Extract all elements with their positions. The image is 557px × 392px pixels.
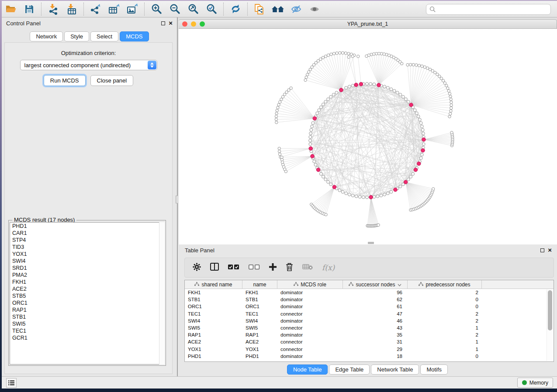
first-neighbors-icon[interactable] (270, 3, 285, 16)
table-row[interactable]: ACE2ACE2connector311 (185, 338, 554, 345)
refresh-icon[interactable] (228, 3, 243, 16)
table-cell[interactable]: 96 (343, 289, 408, 296)
delete-table-icon[interactable] (302, 264, 313, 272)
memory-button[interactable]: Memory (517, 378, 553, 388)
mcds-result-item[interactable]: SWI4 (10, 258, 164, 265)
network-graph[interactable] (179, 29, 557, 244)
table-cell[interactable]: connector (277, 346, 343, 353)
table-cell[interactable]: STB1 (242, 296, 277, 303)
mcds-result-item[interactable]: STB5 (10, 292, 164, 299)
table-row[interactable]: RAP1RAP1dominator352 (185, 331, 554, 338)
table-cell[interactable]: SWI4 (242, 317, 277, 324)
table-cell[interactable]: 2 (408, 317, 482, 324)
mcds-result-item[interactable]: PMA2 (10, 272, 164, 279)
mcds-result-item[interactable]: YOX1 (10, 251, 164, 258)
close-panel-button[interactable]: Close panel (90, 75, 134, 86)
open-file-icon[interactable] (3, 3, 18, 16)
zoom-fit-icon[interactable] (186, 3, 201, 16)
mcds-result-item[interactable]: ACE2 (10, 285, 164, 292)
table-cell[interactable]: 62 (343, 296, 408, 303)
table-cell[interactable] (482, 346, 554, 353)
delete-column-icon[interactable] (286, 263, 293, 273)
table-row[interactable]: ORC1ORC1dominator610 (185, 303, 554, 310)
table-cell[interactable]: 31 (343, 338, 408, 345)
mcds-result-item[interactable]: SRD1 (10, 265, 164, 272)
table-cell[interactable]: YOX1 (185, 346, 242, 353)
tab-node-table[interactable]: Node Table (287, 364, 328, 375)
table-cell[interactable]: ORC1 (242, 303, 277, 310)
hide-selected-icon[interactable] (289, 3, 304, 16)
table-cell[interactable]: FKH1 (185, 289, 242, 296)
mcds-result-item[interactable]: SWI5 (10, 320, 164, 327)
tab-mcds[interactable]: MCDS (120, 31, 149, 41)
import-network-icon[interactable] (46, 3, 61, 16)
clone-network-icon[interactable] (252, 3, 267, 16)
mcds-list-scrollbar[interactable] (159, 222, 165, 364)
table-cell[interactable]: YOX1 (242, 346, 277, 353)
zoom-out-icon[interactable] (167, 3, 182, 16)
table-cell[interactable]: dominator (277, 331, 343, 338)
tab-edge-table[interactable]: Edge Table (329, 364, 370, 375)
tab-motifs[interactable]: Motifs (420, 364, 448, 375)
table-cell[interactable]: 18 (343, 353, 408, 360)
table-cell[interactable]: PHD1 (242, 353, 277, 360)
table-cell[interactable]: dominator (277, 303, 343, 310)
table-cell[interactable]: SWI4 (185, 317, 242, 324)
table-cell[interactable]: 1 (408, 324, 482, 331)
zoom-selected-icon[interactable] (204, 3, 219, 16)
table-cell[interactable]: connector (277, 338, 343, 345)
table-cell[interactable]: 0 (408, 303, 482, 310)
table-cell[interactable]: ACE2 (242, 338, 277, 345)
table-row[interactable]: SWI5SWI5connector431 (185, 324, 554, 331)
table-cell[interactable]: TEC1 (242, 310, 277, 317)
export-image-icon[interactable] (125, 3, 140, 16)
task-history-button[interactable] (6, 378, 17, 388)
table-cell[interactable]: FKH1 (242, 289, 277, 296)
save-session-icon[interactable] (22, 3, 37, 16)
table-cell[interactable]: ACE2 (185, 338, 242, 345)
table-cell[interactable] (482, 331, 554, 338)
mcds-result-list[interactable]: PHD1CAR1STP4TID3YOX1SWI4SRD1PMA2FKH1ACE2… (10, 222, 165, 364)
table-cell[interactable]: 2 (408, 331, 482, 338)
table-cell[interactable] (482, 289, 554, 296)
mcds-result-item[interactable]: TEC1 (10, 327, 164, 334)
table-cell[interactable]: 47 (343, 310, 408, 317)
mcds-result-item[interactable]: GCR1 (10, 334, 164, 341)
select-all-checkbox-icon[interactable] (228, 264, 239, 272)
table-cell[interactable]: 46 (343, 317, 408, 324)
table-cell[interactable] (482, 353, 554, 360)
table-cell[interactable]: 2 (408, 289, 482, 296)
column-header-predecessor-nodes[interactable]: predecessor nodes (408, 280, 482, 289)
tab-select[interactable]: Select (90, 31, 118, 41)
table-cell[interactable] (482, 324, 554, 331)
export-table-icon[interactable] (107, 3, 121, 16)
table-cell[interactable]: dominator (277, 296, 343, 303)
table-cell[interactable] (482, 303, 554, 310)
mcds-result-item[interactable]: FKH1 (10, 279, 164, 285)
table-cell[interactable] (482, 317, 554, 324)
table-cell[interactable]: STB1 (185, 296, 242, 303)
table-settings-icon[interactable] (193, 263, 201, 273)
zoom-in-icon[interactable] (149, 3, 164, 16)
search-field[interactable] (426, 4, 551, 15)
tab-network-table[interactable]: Network Table (371, 364, 419, 375)
close-table-panel-icon[interactable]: × (548, 248, 552, 252)
table-cell[interactable]: ORC1 (185, 303, 242, 310)
mcds-result-item[interactable]: STP4 (10, 237, 164, 244)
table-cell[interactable]: 35 (343, 331, 408, 338)
table-cell[interactable]: RAP1 (185, 331, 242, 338)
show-all-icon[interactable] (307, 3, 322, 16)
table-cell[interactable]: dominator (277, 353, 343, 360)
mcds-result-item[interactable]: ORC1 (10, 299, 164, 306)
table-cell[interactable]: 0 (408, 353, 482, 360)
optimization-select[interactable]: largest connected component (undirected) (20, 60, 157, 70)
table-cell[interactable]: 29 (343, 346, 408, 353)
table-row[interactable]: FKH1FKH1dominator962 (185, 289, 554, 296)
table-row[interactable]: PHD1PHD1dominator180 (185, 353, 554, 360)
column-header-name[interactable]: name (242, 280, 277, 289)
close-panel-icon[interactable]: × (169, 21, 173, 25)
float-table-panel-icon[interactable] (540, 248, 544, 252)
tab-network[interactable]: Network (30, 31, 63, 41)
table-cell[interactable] (482, 296, 554, 303)
table-cell[interactable]: 1 (408, 346, 482, 353)
